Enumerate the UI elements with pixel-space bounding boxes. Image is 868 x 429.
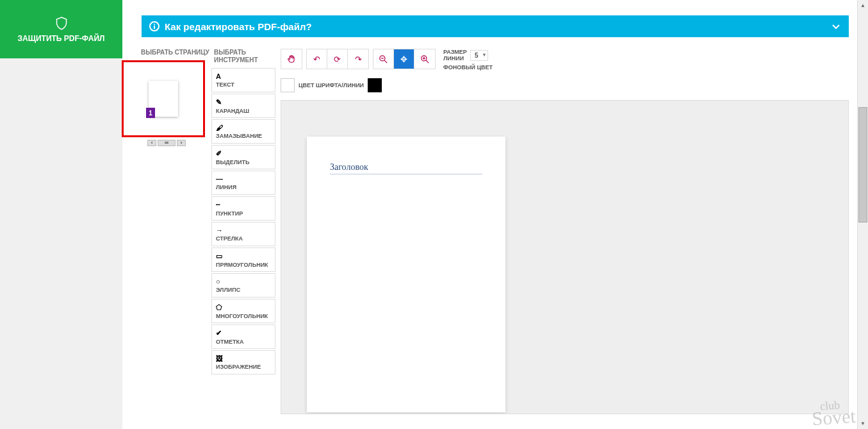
history-group: ↶ ⟳ ↷ [306,49,369,69]
shield-icon [56,16,67,30]
hand-icon [287,55,296,63]
image-icon: 🖼 [216,355,271,362]
thumb-prev-button[interactable]: ‹ [147,140,156,146]
svg-line-5 [384,60,387,63]
tool-rectangle[interactable]: ▭ПРЯМОУГОЛЬНИК [211,248,275,272]
line-icon: — [216,175,271,183]
font-color-swatch[interactable] [281,78,295,92]
tool-arrow[interactable]: →СТРЕЛКА [211,222,275,246]
line-size-select[interactable]: 5 [470,50,488,61]
zoom-in-icon [421,55,429,63]
protect-pdf-label: ЗАЩИТИТЬ PDF-ФАЙЛ [18,34,105,43]
ellipse-icon: ○ [216,278,271,285]
canvas-column: ↶ ⟳ ↷ ✥ РАЗМЕР ЛИНИИ 5 ФОНОВЫЙ ЦВЕТ [281,49,849,414]
line-size-label: РАЗМЕР ЛИНИИ [443,49,468,62]
tool-polygon[interactable]: ⬠МНОГОУГОЛЬНИК [211,299,275,323]
tool-selector-column: ВЫБРАТЬ ИНСТРУМЕНТ AТЕКСТ ✎КАРАНДАШ 🖌ЗАМ… [211,49,275,414]
undo-button[interactable]: ↶ [307,49,327,69]
page-thumbnail-selected[interactable]: 1 [122,60,205,137]
text-icon: A [216,72,271,80]
tool-label: ТЕКСТ [216,81,271,88]
highlighter-icon: ✐ [216,149,271,158]
zoom-in-button[interactable] [414,49,435,69]
pencil-icon: ✎ [216,98,271,106]
scroll-track[interactable] [858,11,868,418]
arrow-icon: → [216,226,271,234]
page-selector-column: ВЫБРАТЬ СТРАНИЦУ 1 ‹ ═ › [122,49,211,414]
brush-icon: 🖌 [216,124,271,131]
tool-label: ПУНКТИР [216,210,271,217]
tool-label: ВЫДЕЛИТЬ [216,159,271,165]
page-number-badge: 1 [146,108,155,118]
svg-point-1 [154,24,155,25]
tool-label: СТРЕЛКА [216,235,271,242]
zoom-out-button[interactable] [373,49,394,69]
tool-highlight[interactable]: ✐ВЫДЕЛИТЬ [211,145,275,169]
rectangle-icon: ▭ [216,252,271,260]
main-scrollbar: ▲ ▼ [857,0,868,429]
redo-button[interactable]: ⟳ [327,49,348,69]
check-icon: ✔ [216,329,271,337]
help-bar-text: Как редактировать PDF-файл? [165,21,312,32]
chevron-down-icon [831,21,841,31]
zoom-group: ✥ [373,49,436,69]
tool-label: ЭЛЛИПС [216,287,271,293]
pan-button[interactable]: ✥ [394,49,414,69]
tool-label: ЗАМАЗЫВАНИЕ [216,133,271,139]
bg-color-label: ФОНОВЫЙ ЦВЕТ [443,64,493,71]
page-thumbnail: 1 [149,81,178,117]
tool-dashed[interactable]: ┄ПУНКТИР [211,196,275,221]
dashed-icon: ┄ [216,201,271,209]
page-selector-header: ВЫБРАТЬ СТРАНИЦУ [122,49,211,56]
tool-label: ИЗОБРАЖЕНИЕ [216,364,271,370]
document-heading: Заголовок [330,162,482,174]
tool-label: КАРАНДАШ [216,108,271,114]
scroll-down-button[interactable]: ▼ [858,418,868,429]
tool-label: ОТМЕТКА [216,339,271,345]
page-viewport[interactable]: Заголовок [281,100,849,414]
help-bar[interactable]: Как редактировать PDF-файл? [142,15,849,37]
tool-pencil[interactable]: ✎КАРАНДАШ [211,94,275,118]
scroll-thumb[interactable] [858,107,867,223]
tool-check[interactable]: ✔ОТМЕТКА [211,324,275,349]
tool-line[interactable]: —ЛИНИЯ [211,171,275,195]
polygon-icon: ⬠ [216,303,271,312]
tool-label: ПРЯМОУГОЛЬНИК [216,262,271,268]
tool-smudge[interactable]: 🖌ЗАМАЗЫВАНИЕ [211,119,275,144]
svg-rect-2 [154,26,155,29]
tool-label: МНОГОУГОЛЬНИК [216,313,271,319]
tool-text[interactable]: AТЕКСТ [211,68,275,92]
hand-group [281,49,302,69]
tool-image[interactable]: 🖼ИЗОБРАЖЕНИЕ [211,350,275,374]
redo-forward-button[interactable]: ↷ [348,49,368,69]
hand-tool-button[interactable] [281,49,302,69]
bg-color-swatch[interactable] [368,78,382,92]
document-page[interactable]: Заголовок [307,137,505,412]
thumbnail-nav: ‹ ═ › [122,140,211,146]
info-icon [149,21,160,31]
svg-line-9 [426,60,429,63]
tool-selector-header: ВЫБРАТЬ ИНСТРУМЕНТ [211,49,275,64]
tool-ellipse[interactable]: ○ЭЛЛИПС [211,273,275,298]
editor-area: Как редактировать PDF-файл? ВЫБРАТЬ СТРА… [122,0,868,429]
thumb-scroll-handle[interactable]: ═ [158,140,176,146]
protect-pdf-button[interactable]: ЗАЩИТИТЬ PDF-ФАЙЛ [0,0,122,58]
scroll-up-button[interactable]: ▲ [858,0,868,11]
thumb-next-button[interactable]: › [177,140,186,146]
font-color-label: ЦВЕТ ШРИФТА/ЛИНИИ [299,82,364,88]
zoom-out-icon [379,55,388,63]
tool-label: ЛИНИЯ [216,184,271,190]
